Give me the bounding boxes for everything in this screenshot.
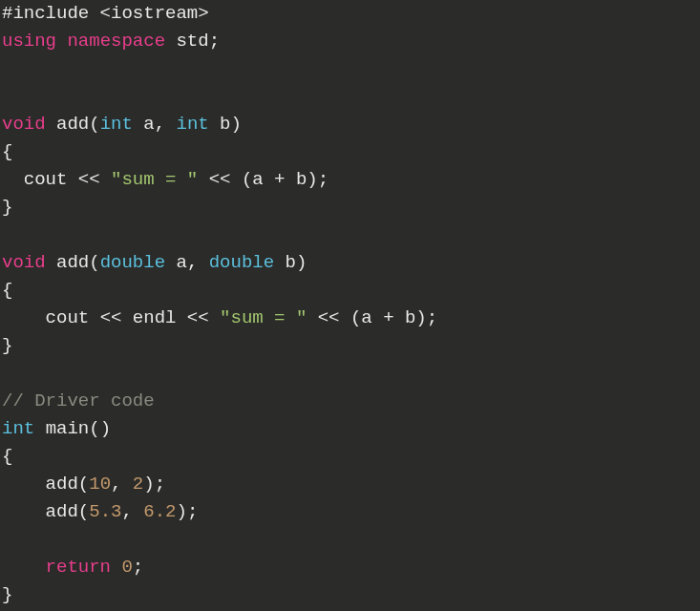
code-token-default: [2, 307, 46, 328]
code-token-preproc: #include <iostream>: [2, 3, 209, 24]
code-token-ident: add: [56, 114, 89, 135]
code-token-ident: b: [220, 114, 230, 135]
code-token-paren: ): [231, 114, 242, 135]
code-token-default: [133, 114, 143, 135]
code-token-default: [264, 169, 274, 190]
code-token-string: "sum = ": [220, 307, 307, 328]
code-token-punct: ,: [111, 474, 121, 495]
code-line: cout << endl << "sum = " << (a + b);: [2, 307, 437, 328]
code-token-type: int: [176, 114, 208, 135]
code-token-default: [165, 114, 176, 135]
code-token-punct: ,: [121, 501, 132, 522]
code-token-brace: }: [2, 335, 12, 356]
code-token-default: [121, 474, 132, 495]
code-token-keyword: void: [2, 252, 46, 273]
code-token-default: [230, 169, 241, 190]
code-token-default: [198, 169, 208, 190]
code-token-ident: std: [176, 31, 208, 52]
code-token-ident: add: [46, 501, 78, 522]
code-token-paren: (: [89, 252, 99, 273]
code-token-default: [394, 307, 405, 328]
code-token-default: [46, 252, 56, 273]
code-token-type: double: [100, 252, 165, 273]
code-token-number: 0: [121, 557, 132, 578]
code-line: }: [2, 197, 12, 218]
code-line: cout << "sum = " << (a + b);: [2, 169, 329, 190]
code-line: }: [2, 584, 12, 605]
code-line: add(5.3, 6.2);: [2, 501, 198, 522]
code-token-keyword: using: [2, 31, 56, 52]
code-token-default: [340, 307, 350, 328]
code-token-paren: ): [296, 252, 307, 273]
code-line: void add(double a, double b): [2, 252, 307, 273]
code-line: void add(int a, int b): [2, 114, 242, 135]
code-token-default: [274, 252, 285, 273]
code-token-default: [372, 307, 383, 328]
code-token-brace: {: [2, 280, 12, 301]
code-line: return 0;: [2, 557, 143, 578]
code-token-default: [165, 31, 176, 52]
code-token-default: [2, 169, 24, 190]
code-token-ident: cout: [46, 307, 90, 328]
code-token-brace: }: [2, 197, 12, 218]
code-token-paren: (: [78, 474, 89, 495]
code-token-op: <<: [318, 307, 340, 328]
code-token-default: [2, 557, 46, 578]
code-line: {: [2, 280, 12, 301]
code-token-number: 5.3: [89, 501, 121, 522]
code-token-ident: a: [361, 307, 371, 328]
code-token-punct: ;: [155, 474, 165, 495]
code-token-op: <<: [100, 307, 122, 328]
code-token-number: 2: [133, 474, 143, 495]
code-token-default: [209, 114, 220, 135]
code-token-ident: cout: [24, 169, 68, 190]
code-line: {: [2, 446, 12, 467]
code-token-brace: {: [2, 446, 12, 467]
code-token-paren: (: [242, 169, 252, 190]
code-token-punct: ;: [427, 307, 437, 328]
code-token-ident: add: [46, 474, 78, 495]
code-token-paren: (: [89, 114, 99, 135]
code-token-punct: ;: [187, 501, 198, 522]
code-token-ident: b: [286, 252, 296, 273]
code-token-keyword: namespace: [67, 31, 165, 52]
code-token-paren: (): [89, 418, 111, 439]
code-token-ident: b: [296, 169, 307, 190]
code-token-keyword: void: [2, 114, 46, 135]
code-token-default: [67, 169, 77, 190]
code-token-string: "sum = ": [111, 169, 198, 190]
code-token-ident: main: [46, 418, 90, 439]
code-token-default: [34, 418, 45, 439]
code-token-type: int: [2, 418, 34, 439]
code-token-default: [46, 114, 56, 135]
code-token-ident: b: [405, 307, 415, 328]
code-token-paren: ): [307, 169, 317, 190]
code-token-default: [56, 31, 67, 52]
code-line: // Driver code: [2, 390, 155, 411]
code-token-brace: }: [2, 584, 12, 605]
code-token-punct: ;: [133, 557, 143, 578]
code-token-type: double: [209, 252, 274, 273]
code-token-default: [286, 169, 296, 190]
code-line: using namespace std;: [2, 31, 220, 52]
code-token-ident: a: [143, 114, 154, 135]
code-line: add(10, 2);: [2, 474, 165, 495]
code-token-default: [121, 307, 132, 328]
code-token-ident: a: [176, 252, 186, 273]
code-token-type: int: [100, 114, 133, 135]
code-token-default: [89, 307, 99, 328]
code-token-default: [165, 252, 176, 273]
code-line: {: [2, 141, 12, 162]
code-token-comment: // Driver code: [2, 390, 155, 411]
code-line: int main(): [2, 418, 111, 439]
code-token-op: +: [383, 307, 393, 328]
code-token-paren: (: [350, 307, 361, 328]
code-token-punct: ,: [155, 114, 165, 135]
code-token-brace: {: [2, 141, 12, 162]
code-token-op: <<: [209, 169, 231, 190]
code-token-op: <<: [78, 169, 100, 190]
code-token-number: 6.2: [143, 501, 176, 522]
code-token-punct: ,: [187, 252, 198, 273]
code-token-op: +: [274, 169, 285, 190]
code-token-default: [198, 252, 208, 273]
